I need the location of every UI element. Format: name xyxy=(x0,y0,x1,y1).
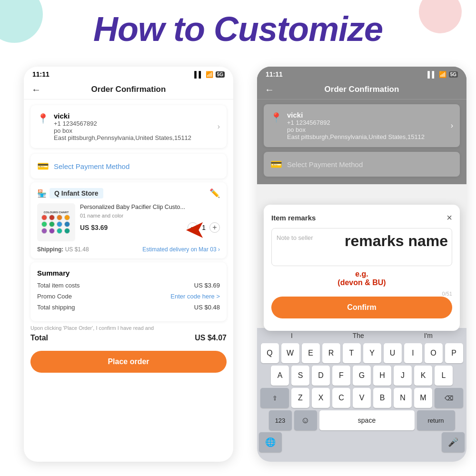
key-h[interactable]: H xyxy=(373,366,391,386)
left-status-icons: ▌▌ 📶 5G xyxy=(194,71,225,78)
suggestion-i[interactable]: I xyxy=(291,332,293,339)
product-image: COLOURS CHART xyxy=(37,203,75,241)
key-o[interactable]: O xyxy=(425,343,443,363)
right-header-title: Order Confirmation xyxy=(325,85,399,94)
total-row: Total US $4.07 xyxy=(30,334,227,342)
remarks-modal-header: Item remarks × xyxy=(271,212,452,223)
key-globe[interactable]: 🌐 xyxy=(259,432,282,452)
key-e[interactable]: E xyxy=(302,343,320,363)
right-status-bar: 11:11 ▌▌ 📶 5G xyxy=(257,67,466,80)
shipping-label: Shipping: xyxy=(37,246,63,253)
store-note-icon[interactable]: ✏️ xyxy=(209,188,220,198)
right-address-line1: po box xyxy=(287,126,446,133)
left-address-line2: East pittsburgh,Pennsylvania,United Stat… xyxy=(54,134,213,141)
remarks-input-area[interactable]: Note to seller remarks name xyxy=(271,228,452,266)
key-k[interactable]: K xyxy=(414,366,432,386)
summary-shipping-value: US $0.48 xyxy=(194,304,220,311)
shipping-row: Shipping: US $1.48 Estimated delivery on… xyxy=(37,246,220,253)
key-m[interactable]: M xyxy=(414,388,432,408)
summary-promo-value[interactable]: Enter code here > xyxy=(170,293,220,300)
colour-dot xyxy=(57,221,62,227)
key-l[interactable]: L xyxy=(435,366,453,386)
left-address-phone: +1 1234567892 xyxy=(54,120,213,127)
right-header: ← Order Confirmation xyxy=(257,80,466,99)
right-address-card: 📍 vicki +1 1234567892 po box East pittsb… xyxy=(264,104,460,147)
right-address-info: vicki +1 1234567892 po box East pittsbur… xyxy=(287,111,446,140)
product-title: Personalized Baby Pacifier Clip Custo... xyxy=(80,203,220,212)
key-f[interactable]: F xyxy=(332,366,350,386)
product-price: US $3.69 xyxy=(80,224,108,231)
place-order-button[interactable]: Place order xyxy=(30,351,227,373)
key-123[interactable]: 123 xyxy=(269,410,292,430)
key-space[interactable]: space xyxy=(319,410,415,430)
key-n[interactable]: N xyxy=(394,388,412,408)
key-a[interactable]: A xyxy=(271,366,289,386)
shipping-cost: US $1.48 xyxy=(65,246,89,253)
left-address-name: vicki xyxy=(54,112,213,120)
colour-dot xyxy=(64,221,70,227)
key-q[interactable]: Q xyxy=(261,343,279,363)
key-t[interactable]: T xyxy=(343,343,361,363)
keyboard-row-2: ASDFGHJKL xyxy=(259,366,465,386)
suggestion-the[interactable]: The xyxy=(353,332,364,339)
remarks-modal: Item remarks × Note to seller remarks na… xyxy=(264,205,460,331)
key-x[interactable]: X xyxy=(312,388,330,408)
right-payment-card: 💳 Select Payment Method xyxy=(264,152,460,177)
key-i[interactable]: I xyxy=(404,343,422,363)
key-w[interactable]: W xyxy=(281,343,299,363)
left-phone: 11:11 ▌▌ 📶 5G ← Order Confirmation 📍 vic… xyxy=(24,67,233,462)
right-address-phone: +1 1234567892 xyxy=(287,119,446,126)
left-network-icon: 5G xyxy=(216,71,225,78)
key-delete[interactable]: ⌫ xyxy=(435,388,463,408)
suggestion-im[interactable]: I'm xyxy=(424,332,433,339)
payment-icon: 💳 xyxy=(37,160,49,172)
right-back-arrow[interactable]: ← xyxy=(265,84,274,95)
remarks-counter: 0/51 xyxy=(271,291,452,297)
key-p[interactable]: P xyxy=(445,343,463,363)
summary-title: Summary xyxy=(37,269,220,277)
colour-dot xyxy=(41,221,47,227)
left-back-arrow[interactable]: ← xyxy=(31,84,41,95)
right-wifi-icon: 📶 xyxy=(439,71,446,78)
key-mic[interactable]: 🎤 xyxy=(442,432,465,452)
colours-chart-label: COLOURS CHART xyxy=(44,211,69,214)
remarks-close-button[interactable]: × xyxy=(446,212,452,223)
remarks-eg-section: e.g. (devon & BU) xyxy=(271,270,452,287)
total-label: Total xyxy=(30,334,48,342)
summary-item-costs-row: Total item costs US $3.69 xyxy=(37,282,220,289)
right-time: 11:11 xyxy=(266,70,283,78)
key-return[interactable]: return xyxy=(417,410,455,430)
keyboard-suggestions: I The I'm xyxy=(259,332,465,339)
key-b[interactable]: B xyxy=(373,388,391,408)
keyboard-row-3: ⇧ZXCVBNM⌫ xyxy=(259,388,465,408)
summary-promo-row[interactable]: Promo Code Enter code here > xyxy=(37,293,220,300)
shipping-estimate: Estimated delivery on Mar 03 › xyxy=(142,246,220,253)
key-r[interactable]: R xyxy=(322,343,340,363)
key-shift[interactable]: ⇧ xyxy=(260,388,289,408)
key-j[interactable]: J xyxy=(394,366,412,386)
remarks-eg-text: e.g. xyxy=(271,270,452,278)
confirm-button[interactable]: Confirm xyxy=(271,297,452,318)
right-address-name: vicki xyxy=(287,111,446,119)
colour-dot xyxy=(57,228,62,234)
key-s[interactable]: S xyxy=(291,366,309,386)
key-c[interactable]: C xyxy=(332,388,350,408)
key-emoji[interactable]: ☺ xyxy=(294,410,317,430)
remarks-example-text: (devon & BU) xyxy=(271,278,452,287)
left-address-card[interactable]: 📍 vicki +1 1234567892 po box East pittsb… xyxy=(30,105,227,148)
key-z[interactable]: Z xyxy=(291,388,309,408)
store-name: Q Infant Store xyxy=(50,188,103,198)
left-address-line1: po box xyxy=(54,127,213,134)
key-u[interactable]: U xyxy=(384,343,402,363)
key-d[interactable]: D xyxy=(312,366,330,386)
key-v[interactable]: V xyxy=(353,388,371,408)
address-chevron-icon: › xyxy=(218,122,220,131)
left-payment-card[interactable]: 💳 Select Payment Method xyxy=(30,154,227,178)
colour-dot xyxy=(64,228,70,234)
key-y[interactable]: Y xyxy=(363,343,381,363)
remarks-overlay: remarks name xyxy=(345,232,448,250)
qty-increase-button[interactable]: + xyxy=(209,222,220,233)
key-g[interactable]: G xyxy=(353,366,371,386)
right-location-icon: 📍 xyxy=(270,112,282,123)
page-title: How to Customize xyxy=(0,10,476,49)
